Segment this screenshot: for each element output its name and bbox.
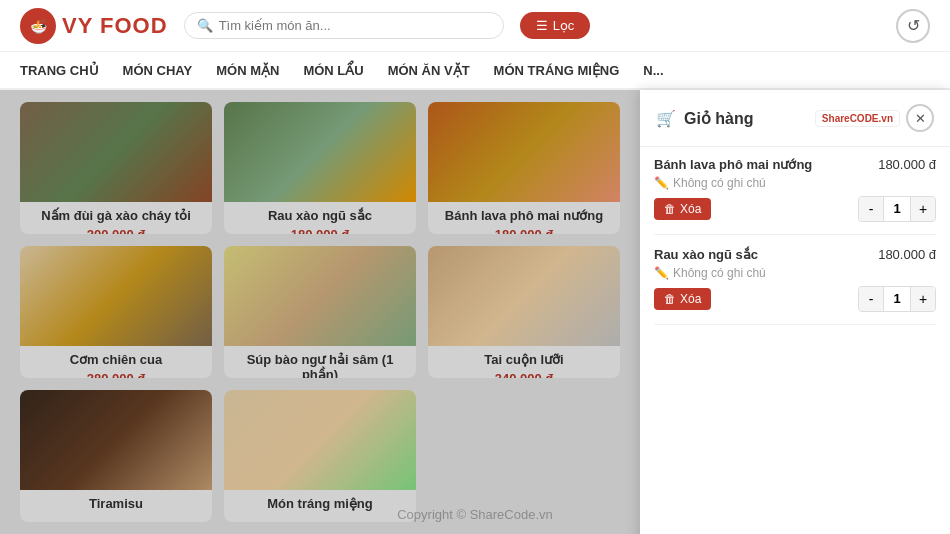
cart-bag-icon: 🛒 xyxy=(656,109,676,128)
cart-item-price: 180.000 đ xyxy=(878,157,936,172)
note-pencil-icon: ✏️ xyxy=(654,176,669,190)
cart-panel: 🛒 Giỏ hàng ShareCODE.vn ✕ Bánh lava phô … xyxy=(640,90,950,534)
food-image xyxy=(224,390,416,490)
food-card: Rau xào ngũ sắc 180.000 đ 🍽 ĐẶT MÓN xyxy=(224,102,416,234)
food-price: ... xyxy=(20,513,212,522)
search-bar[interactable]: 🔍 xyxy=(184,12,504,39)
quantity-control: - 1 + xyxy=(858,196,936,222)
delete-label: Xóa xyxy=(680,292,701,306)
food-name: Tai cuộn lưỡi xyxy=(428,346,620,369)
cart-item: Rau xào ngũ sắc 180.000 đ ✏️ Không có gh… xyxy=(654,247,936,325)
food-price: 180.000 đ xyxy=(224,225,416,234)
nav-item-montrangmieng[interactable]: MÓN TRÁNG MIỆNG xyxy=(494,55,620,86)
food-grid: Nấm đùi gà xào cháy tỏi 200.000 đ 🍽 ĐẶT … xyxy=(0,90,640,534)
navigation: TRANG CHỦ MÓN CHAY MÓN MẶN MÓN LẨU MÓN Ă… xyxy=(0,52,950,90)
cart-item-name: Bánh lava phô mai nướng xyxy=(654,157,878,172)
logo-text: VY FOOD xyxy=(62,13,168,39)
cart-item-note-text: Không có ghi chú xyxy=(673,266,766,280)
qty-decrease-button[interactable]: - xyxy=(859,197,883,221)
sharecode-badge: ShareCODE.vn xyxy=(815,110,900,127)
food-price: ... xyxy=(224,513,416,522)
nav-item-trangchu[interactable]: TRANG CHỦ xyxy=(20,55,99,86)
nav-item-monchay[interactable]: MÓN CHAY xyxy=(123,55,193,86)
food-name: Bánh lava phô mai nướng xyxy=(428,202,620,225)
quantity-control: - 1 + xyxy=(858,286,936,312)
food-card: Món tráng miệng ... 🍽 ĐẶT MÓN xyxy=(224,390,416,522)
food-name: Súp bào ngư hải sâm (1 phần) xyxy=(224,346,416,378)
cart-item-price: 180.000 đ xyxy=(878,247,936,262)
food-card: Bánh lava phô mai nướng 180.000 đ 🍽 ĐẶT … xyxy=(428,102,620,234)
filter-label: Lọc xyxy=(553,18,575,33)
food-name: Nấm đùi gà xào cháy tỏi xyxy=(20,202,212,225)
logo-icon: 🍜 xyxy=(20,8,56,44)
qty-increase-button[interactable]: + xyxy=(911,197,935,221)
qty-value: 1 xyxy=(883,197,911,221)
header: 🍜 VY FOOD 🔍 ☰ Lọc ↺ xyxy=(0,0,950,52)
nav-item-monanvat[interactable]: MÓN ĂN VẶT xyxy=(388,55,470,86)
food-image xyxy=(20,390,212,490)
trash-icon: 🗑 xyxy=(664,292,676,306)
food-card: Tiramisu ... 🍽 ĐẶT MÓN xyxy=(20,390,212,522)
food-name: Tiramisu xyxy=(20,490,212,513)
food-image xyxy=(428,246,620,346)
cart-close-button[interactable]: ✕ xyxy=(906,104,934,132)
cart-items-list: Bánh lava phô mai nướng 180.000 đ ✏️ Khô… xyxy=(640,147,950,534)
nav-item-monman[interactable]: MÓN MẶN xyxy=(216,55,279,86)
cart-icon-button[interactable]: ↺ xyxy=(896,9,930,43)
cart-item-note-text: Không có ghi chú xyxy=(673,176,766,190)
food-card: Cơm chiên cua 280.000 đ 🍽 ĐẶT MÓN xyxy=(20,246,212,378)
nav-item-monlau[interactable]: MÓN LẨU xyxy=(303,55,363,86)
qty-value: 1 xyxy=(883,287,911,311)
search-icon: 🔍 xyxy=(197,18,213,33)
delete-label: Xóa xyxy=(680,202,701,216)
filter-icon: ☰ xyxy=(536,18,548,33)
search-input[interactable] xyxy=(219,18,491,33)
cart-title: 🛒 Giỏ hàng xyxy=(656,109,754,128)
food-image xyxy=(428,102,620,202)
food-name: Món tráng miệng xyxy=(224,490,416,513)
food-price: 180.000 đ xyxy=(428,225,620,234)
delete-item-button[interactable]: 🗑 Xóa xyxy=(654,198,711,220)
food-image xyxy=(20,102,212,202)
food-card: Súp bào ngư hải sâm (1 phần) 540.000 đ 🍽… xyxy=(224,246,416,378)
cart-header: 🛒 Giỏ hàng ShareCODE.vn ✕ xyxy=(640,90,950,147)
food-image xyxy=(224,246,416,346)
qty-increase-button[interactable]: + xyxy=(911,287,935,311)
note-pencil-icon: ✏️ xyxy=(654,266,669,280)
food-name: Rau xào ngũ sắc xyxy=(224,202,416,225)
cart-title-text: Giỏ hàng xyxy=(684,109,754,128)
delete-item-button[interactable]: 🗑 Xóa xyxy=(654,288,711,310)
filter-button[interactable]: ☰ Lọc xyxy=(520,12,591,39)
food-price: 340.000 đ xyxy=(428,369,620,378)
food-card: Nấm đùi gà xào cháy tỏi 200.000 đ 🍽 ĐẶT … xyxy=(20,102,212,234)
food-price: 280.000 đ xyxy=(20,369,212,378)
trash-icon: 🗑 xyxy=(664,202,676,216)
food-name: Cơm chiên cua xyxy=(20,346,212,369)
cart-item-name: Rau xào ngũ sắc xyxy=(654,247,878,262)
cart-item: Bánh lava phô mai nướng 180.000 đ ✏️ Khô… xyxy=(654,157,936,235)
header-right: ↺ xyxy=(896,9,930,43)
logo-area: 🍜 VY FOOD xyxy=(20,8,168,44)
qty-decrease-button[interactable]: - xyxy=(859,287,883,311)
food-price: 200.000 đ xyxy=(20,225,212,234)
food-image xyxy=(20,246,212,346)
food-image xyxy=(224,102,416,202)
nav-item-more[interactable]: N... xyxy=(643,55,663,86)
food-card: Tai cuộn lưỡi 340.000 đ 🍽 ĐẶT MÓN xyxy=(428,246,620,378)
